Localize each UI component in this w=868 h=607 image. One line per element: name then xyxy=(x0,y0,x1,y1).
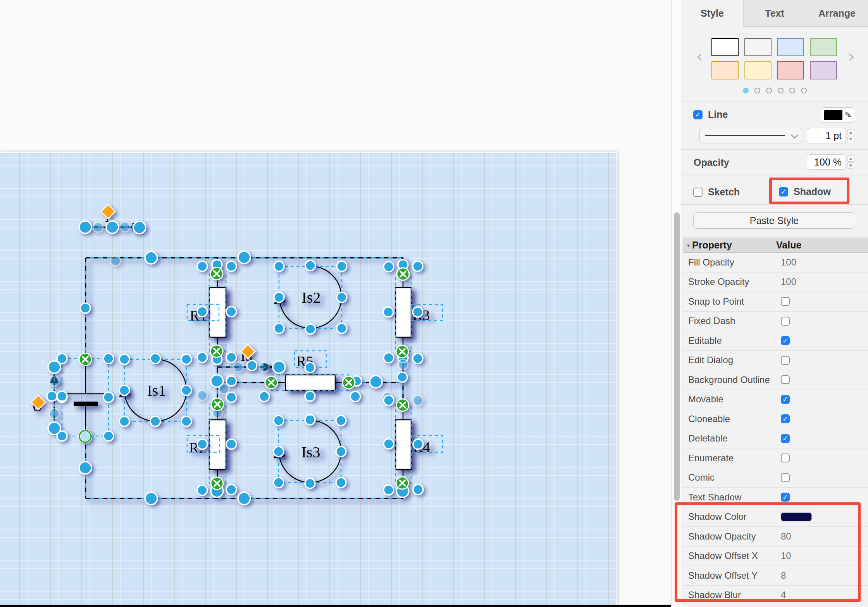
property-checkbox[interactable] xyxy=(781,395,790,404)
selection-handle[interactable] xyxy=(197,352,207,362)
selection-handle[interactable] xyxy=(181,416,191,426)
selection-handle[interactable] xyxy=(226,261,236,271)
swatch-page-dot-1[interactable] xyxy=(754,88,760,93)
selection-handle[interactable] xyxy=(79,221,91,233)
sketch-checkbox[interactable] xyxy=(693,188,703,197)
selection-handle[interactable] xyxy=(226,392,236,402)
swatch-page-dot-3[interactable] xyxy=(778,88,784,93)
swatch-page-dot-0[interactable] xyxy=(743,88,749,93)
style-swatch-7[interactable] xyxy=(810,61,837,79)
property-checkbox[interactable] xyxy=(781,336,790,345)
swatch-next-icon[interactable]: › xyxy=(848,47,855,65)
selection-handle[interactable] xyxy=(337,323,347,333)
property-checkbox[interactable] xyxy=(781,356,790,365)
selection-handle[interactable] xyxy=(384,439,394,449)
selection-handle[interactable] xyxy=(119,385,129,395)
selection-handle[interactable] xyxy=(226,352,236,362)
selection-handle[interactable] xyxy=(219,384,229,394)
selection-handle[interactable] xyxy=(337,261,347,271)
shadow-checkbox[interactable] xyxy=(779,187,788,197)
swatch-page-dot-4[interactable] xyxy=(789,88,795,93)
selection-handle[interactable] xyxy=(238,492,250,505)
selection-handle[interactable] xyxy=(305,415,315,425)
selection-handle[interactable] xyxy=(274,478,284,488)
selection-handle[interactable] xyxy=(259,391,269,402)
swatch-page-dot-2[interactable] xyxy=(766,88,772,93)
style-swatch-2[interactable] xyxy=(777,38,804,56)
property-value[interactable]: 80 xyxy=(776,527,868,546)
selection-handle[interactable] xyxy=(238,251,250,264)
selection-handle[interactable] xyxy=(181,385,191,395)
connection-point-icon[interactable] xyxy=(396,345,408,358)
property-checkbox[interactable] xyxy=(781,454,790,462)
paste-style-button[interactable]: Paste Style xyxy=(693,212,855,229)
panel-scrollbar-track[interactable] xyxy=(672,0,681,607)
selection-handle[interactable] xyxy=(49,409,59,419)
connection-point-icon[interactable] xyxy=(211,398,224,410)
selection-handle[interactable] xyxy=(49,376,59,386)
selection-handle[interactable] xyxy=(233,362,243,372)
property-checkbox[interactable] xyxy=(781,317,790,326)
connection-point-icon[interactable] xyxy=(397,268,409,280)
label-is2[interactable]: Is2 xyxy=(302,289,321,306)
collapse-triangle-icon[interactable]: ▾ xyxy=(687,242,690,248)
connection-point-icon[interactable] xyxy=(265,376,277,389)
selection-handle[interactable] xyxy=(413,354,423,364)
selection-handle[interactable] xyxy=(305,362,315,372)
selection-handle[interactable] xyxy=(247,360,257,371)
selection-handle[interactable] xyxy=(133,221,146,234)
selection-handle[interactable] xyxy=(226,485,236,495)
selection-handle[interactable] xyxy=(273,361,285,373)
panel-scrollbar-thumb[interactable] xyxy=(674,212,680,501)
connection-point-icon[interactable] xyxy=(343,376,355,389)
selection-handle[interactable] xyxy=(384,485,394,495)
selection-handle[interactable] xyxy=(274,323,284,333)
selection-handle[interactable] xyxy=(305,260,315,271)
selection-handle[interactable] xyxy=(150,354,160,364)
property-checkbox[interactable] xyxy=(781,493,790,502)
property-value[interactable]: 8 xyxy=(776,566,868,585)
selection-handle[interactable] xyxy=(337,292,347,302)
line-style-dropdown[interactable] xyxy=(699,128,802,143)
selection-handle[interactable] xyxy=(398,359,408,369)
line-width-stepper[interactable]: ▲▼ xyxy=(847,129,854,142)
shadow-color-swatch[interactable] xyxy=(781,512,812,521)
selection-handle[interactable] xyxy=(197,390,207,400)
selection-handle[interactable] xyxy=(197,261,207,271)
opacity-input[interactable]: 100 % xyxy=(807,154,846,170)
line-width-input[interactable]: 1 pt xyxy=(807,128,846,143)
opacity-stepper[interactable]: ▲▼ xyxy=(847,155,854,169)
selection-handle[interactable] xyxy=(274,447,284,457)
style-swatch-5[interactable] xyxy=(744,61,772,79)
property-checkbox[interactable] xyxy=(781,375,790,384)
selection-handle[interactable] xyxy=(197,439,207,449)
property-value[interactable]: 100 xyxy=(776,272,868,292)
selection-handle[interactable] xyxy=(48,361,60,373)
resistor-r4[interactable] xyxy=(396,420,411,469)
edge-label-handle-icon[interactable] xyxy=(101,205,115,219)
line-color-button[interactable]: ✎ xyxy=(821,107,855,123)
selection-handle[interactable] xyxy=(119,354,129,364)
selection-handle[interactable] xyxy=(80,303,90,313)
property-checkbox[interactable] xyxy=(781,434,790,443)
selection-handle[interactable] xyxy=(110,256,121,266)
label-is1[interactable]: Is1 xyxy=(147,382,166,399)
resistor-r3[interactable] xyxy=(396,288,411,337)
tab-arrange[interactable]: Arrange xyxy=(806,0,868,26)
selection-handle[interactable] xyxy=(413,439,423,449)
selection-handle[interactable] xyxy=(145,492,157,505)
swatch-prev-icon[interactable]: ‹ xyxy=(696,47,703,65)
selection-handle[interactable] xyxy=(413,261,423,271)
swatch-page-dot-5[interactable] xyxy=(801,88,807,93)
style-swatch-3[interactable] xyxy=(810,38,837,56)
selection-handle[interactable] xyxy=(259,362,269,372)
property-checkbox[interactable] xyxy=(781,473,790,482)
selection-handle[interactable] xyxy=(57,391,67,401)
line-checkbox[interactable] xyxy=(693,110,703,119)
selection-handle[interactable] xyxy=(336,416,346,426)
selection-handle[interactable] xyxy=(305,478,315,488)
property-checkbox[interactable] xyxy=(781,297,790,306)
selection-handle[interactable] xyxy=(103,431,114,441)
selection-handle[interactable] xyxy=(119,416,129,426)
selection-handle[interactable] xyxy=(103,354,114,364)
